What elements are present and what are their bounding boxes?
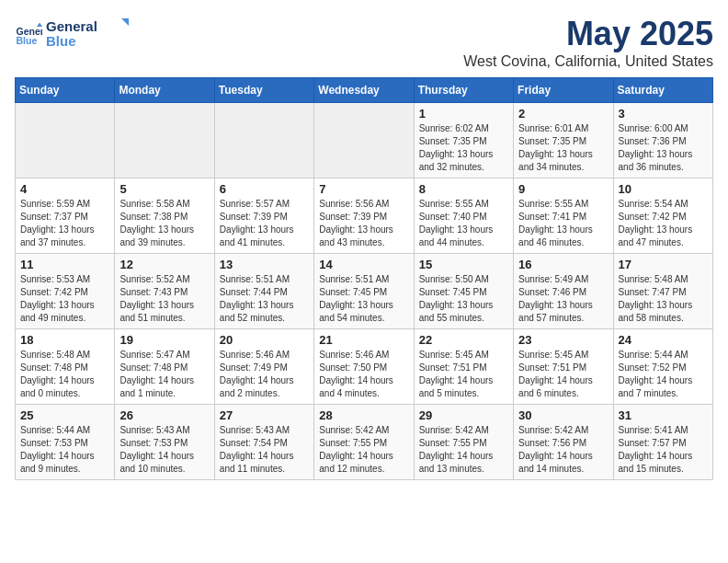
day-cell: 9Sunrise: 5:55 AM Sunset: 7:41 PM Daylig…: [514, 178, 613, 254]
day-number: 17: [619, 258, 708, 271]
day-number: 7: [319, 182, 408, 196]
day-number: 16: [518, 258, 608, 271]
day-number: 15: [419, 258, 508, 271]
day-number: 1: [419, 107, 508, 121]
day-cell: 11Sunrise: 5:53 AM Sunset: 7:42 PM Dayli…: [16, 254, 115, 329]
header-saturday: Saturday: [613, 78, 712, 103]
calendar-table: Sunday Monday Tuesday Wednesday Thursday…: [15, 77, 713, 480]
day-cell: 28Sunrise: 5:42 AM Sunset: 7:55 PM Dayli…: [314, 405, 414, 480]
day-cell: 21Sunrise: 5:46 AM Sunset: 7:50 PM Dayli…: [314, 329, 414, 405]
week-row-3: 11Sunrise: 5:53 AM Sunset: 7:42 PM Dayli…: [16, 254, 713, 329]
day-info: Sunrise: 5:43 AM Sunset: 7:53 PM Dayligh…: [119, 424, 209, 476]
day-cell: [115, 103, 214, 178]
day-info: Sunrise: 5:46 AM Sunset: 7:50 PM Dayligh…: [319, 349, 408, 400]
day-cell: 19Sunrise: 5:47 AM Sunset: 7:48 PM Dayli…: [115, 329, 214, 405]
day-number: 26: [119, 408, 209, 422]
day-info: Sunrise: 6:00 AM Sunset: 7:36 PM Dayligh…: [619, 122, 708, 174]
day-info: Sunrise: 5:54 AM Sunset: 7:42 PM Dayligh…: [619, 198, 708, 249]
day-cell: 8Sunrise: 5:55 AM Sunset: 7:40 PM Daylig…: [414, 178, 513, 254]
day-number: 5: [119, 182, 209, 196]
day-number: 9: [518, 182, 608, 196]
day-cell: 7Sunrise: 5:56 AM Sunset: 7:39 PM Daylig…: [314, 178, 414, 254]
day-info: Sunrise: 5:57 AM Sunset: 7:39 PM Dayligh…: [220, 198, 309, 249]
day-number: 21: [319, 333, 408, 347]
day-cell: [314, 103, 414, 178]
day-info: Sunrise: 5:45 AM Sunset: 7:51 PM Dayligh…: [518, 349, 608, 400]
day-info: Sunrise: 5:48 AM Sunset: 7:47 PM Dayligh…: [619, 273, 708, 325]
day-number: 2: [518, 107, 608, 121]
day-number: 20: [220, 333, 309, 347]
day-info: Sunrise: 5:42 AM Sunset: 7:55 PM Dayligh…: [419, 424, 508, 476]
day-cell: [214, 103, 313, 178]
day-number: 6: [220, 182, 309, 196]
day-cell: 16Sunrise: 5:49 AM Sunset: 7:46 PM Dayli…: [514, 254, 613, 329]
day-cell: 24Sunrise: 5:44 AM Sunset: 7:52 PM Dayli…: [613, 329, 712, 405]
day-number: 29: [419, 408, 508, 422]
week-row-2: 4Sunrise: 5:59 AM Sunset: 7:37 PM Daylig…: [16, 178, 713, 254]
day-cell: 6Sunrise: 5:57 AM Sunset: 7:39 PM Daylig…: [214, 178, 313, 254]
day-cell: 17Sunrise: 5:48 AM Sunset: 7:47 PM Dayli…: [613, 254, 712, 329]
day-info: Sunrise: 5:53 AM Sunset: 7:42 PM Dayligh…: [20, 273, 109, 325]
day-number: 3: [619, 107, 708, 121]
day-cell: 1Sunrise: 6:02 AM Sunset: 7:35 PM Daylig…: [414, 103, 513, 178]
day-number: 14: [319, 258, 408, 271]
header-tuesday: Tuesday: [214, 78, 313, 103]
day-number: 18: [20, 333, 109, 347]
day-cell: 2Sunrise: 6:01 AM Sunset: 7:35 PM Daylig…: [514, 103, 613, 178]
day-number: 24: [619, 333, 708, 347]
day-cell: 15Sunrise: 5:50 AM Sunset: 7:45 PM Dayli…: [414, 254, 513, 329]
day-cell: 27Sunrise: 5:43 AM Sunset: 7:54 PM Dayli…: [214, 405, 313, 480]
day-cell: 25Sunrise: 5:44 AM Sunset: 7:53 PM Dayli…: [16, 405, 115, 480]
week-row-4: 18Sunrise: 5:48 AM Sunset: 7:48 PM Dayli…: [16, 329, 713, 405]
logo: General Blue General Blue: [15, 15, 129, 55]
day-cell: 3Sunrise: 6:00 AM Sunset: 7:36 PM Daylig…: [613, 103, 712, 178]
day-cell: 12Sunrise: 5:52 AM Sunset: 7:43 PM Dayli…: [115, 254, 214, 329]
day-number: 31: [619, 408, 708, 422]
day-info: Sunrise: 5:52 AM Sunset: 7:43 PM Dayligh…: [119, 273, 209, 325]
day-number: 30: [518, 408, 608, 422]
day-cell: 31Sunrise: 5:41 AM Sunset: 7:57 PM Dayli…: [613, 405, 712, 480]
title-section: May 2025 West Covina, California, United…: [463, 15, 713, 70]
day-number: 27: [220, 408, 309, 422]
svg-text:Blue: Blue: [17, 35, 38, 46]
header-monday: Monday: [115, 78, 214, 103]
week-row-1: 1Sunrise: 6:02 AM Sunset: 7:35 PM Daylig…: [16, 103, 713, 178]
day-cell: 4Sunrise: 5:59 AM Sunset: 7:37 PM Daylig…: [16, 178, 115, 254]
calendar-header-row: Sunday Monday Tuesday Wednesday Thursday…: [16, 78, 713, 103]
day-info: Sunrise: 5:47 AM Sunset: 7:48 PM Dayligh…: [119, 349, 209, 400]
day-info: Sunrise: 5:42 AM Sunset: 7:55 PM Dayligh…: [319, 424, 408, 476]
header-wednesday: Wednesday: [314, 78, 414, 103]
day-info: Sunrise: 5:44 AM Sunset: 7:52 PM Dayligh…: [619, 349, 708, 400]
day-info: Sunrise: 5:44 AM Sunset: 7:53 PM Dayligh…: [20, 424, 109, 476]
day-cell: 29Sunrise: 5:42 AM Sunset: 7:55 PM Dayli…: [414, 405, 513, 480]
svg-marker-2: [37, 23, 42, 28]
day-number: 19: [119, 333, 209, 347]
day-info: Sunrise: 6:01 AM Sunset: 7:35 PM Dayligh…: [518, 122, 608, 174]
day-info: Sunrise: 5:41 AM Sunset: 7:57 PM Dayligh…: [619, 424, 708, 476]
calendar-title: May 2025: [463, 15, 713, 53]
svg-text:General: General: [46, 18, 97, 34]
week-row-5: 25Sunrise: 5:44 AM Sunset: 7:53 PM Dayli…: [16, 405, 713, 480]
day-number: 22: [419, 333, 508, 347]
header-thursday: Thursday: [414, 78, 513, 103]
day-number: 23: [518, 333, 608, 347]
day-info: Sunrise: 5:43 AM Sunset: 7:54 PM Dayligh…: [220, 424, 309, 476]
day-number: 4: [20, 182, 109, 196]
header-sunday: Sunday: [16, 78, 115, 103]
day-info: Sunrise: 5:46 AM Sunset: 7:49 PM Dayligh…: [220, 349, 309, 400]
day-cell: 10Sunrise: 5:54 AM Sunset: 7:42 PM Dayli…: [613, 178, 712, 254]
day-info: Sunrise: 6:02 AM Sunset: 7:35 PM Dayligh…: [419, 122, 508, 174]
day-cell: 14Sunrise: 5:51 AM Sunset: 7:45 PM Dayli…: [314, 254, 414, 329]
day-cell: 5Sunrise: 5:58 AM Sunset: 7:38 PM Daylig…: [115, 178, 214, 254]
day-cell: 18Sunrise: 5:48 AM Sunset: 7:48 PM Dayli…: [16, 329, 115, 405]
calendar-subtitle: West Covina, California, United States: [463, 53, 713, 70]
day-info: Sunrise: 5:56 AM Sunset: 7:39 PM Dayligh…: [319, 198, 408, 249]
day-number: 8: [419, 182, 508, 196]
svg-marker-5: [121, 18, 129, 26]
day-number: 12: [119, 258, 209, 271]
day-cell: 13Sunrise: 5:51 AM Sunset: 7:44 PM Dayli…: [214, 254, 313, 329]
day-info: Sunrise: 5:51 AM Sunset: 7:45 PM Dayligh…: [319, 273, 408, 325]
day-info: Sunrise: 5:45 AM Sunset: 7:51 PM Dayligh…: [419, 349, 508, 400]
logo-icon: General Blue: [15, 21, 42, 49]
day-cell: 30Sunrise: 5:42 AM Sunset: 7:56 PM Dayli…: [514, 405, 613, 480]
